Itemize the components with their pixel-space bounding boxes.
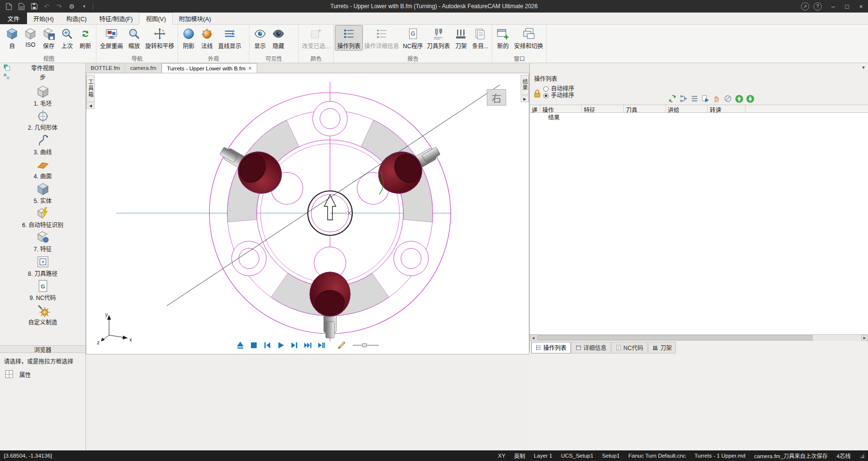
qat-dropdown-icon[interactable]: ▾ xyxy=(80,2,88,11)
move-up-icon[interactable] xyxy=(734,94,744,103)
horizontal-scrollbar[interactable]: ◀ ▶ xyxy=(530,335,868,341)
tab-details[interactable]: 详细信息 xyxy=(571,342,611,353)
status-layer[interactable]: Layer 1 xyxy=(534,453,552,459)
tab-turret[interactable]: 刀架 xyxy=(648,342,676,353)
tab-overflow-icon[interactable]: ▾ xyxy=(862,65,865,70)
operation-list-button[interactable]: 操作列表 xyxy=(335,26,362,50)
status-units[interactable]: 英制 xyxy=(514,452,525,460)
step-curves[interactable]: 3. 曲线 xyxy=(0,132,85,156)
help-icon[interactable]: ? xyxy=(813,2,822,11)
tab-start[interactable]: 开始(H) xyxy=(27,13,60,24)
tab-operation-list[interactable]: 操作列表 xyxy=(531,342,571,353)
arrange-switch-button[interactable]: 安排和切换 xyxy=(512,26,545,50)
show-button[interactable]: 显示 xyxy=(251,26,269,50)
turret-report-button[interactable]: 刀架 xyxy=(452,26,470,50)
close-button[interactable]: × xyxy=(854,0,868,13)
scrollbar-track[interactable] xyxy=(537,335,861,341)
move-down-icon[interactable] xyxy=(745,94,755,103)
scroll-left-icon[interactable]: ◀ xyxy=(530,335,537,341)
step-stock[interactable]: 1. 毛坯 xyxy=(0,83,85,108)
tab-feature-manufacture[interactable]: 特征/制造(F) xyxy=(93,13,139,24)
step-nc-code[interactable]: G 9. NC代码 xyxy=(0,278,85,302)
undo-icon[interactable]: ↶ xyxy=(42,2,51,11)
results-strip[interactable]: 结果 xyxy=(521,75,529,95)
list-details-icon[interactable] xyxy=(690,94,699,103)
column-feature[interactable]: 特征 xyxy=(582,105,624,112)
zoom-button[interactable]: 缩放 xyxy=(125,26,143,50)
scrollbar-thumb[interactable] xyxy=(537,335,813,340)
feedback-icon[interactable]: ↗ xyxy=(801,2,809,11)
fast-forward-button[interactable] xyxy=(303,340,313,350)
reorder-refresh-icon[interactable] xyxy=(668,94,677,103)
status-setup[interactable]: Setup1 xyxy=(602,453,620,459)
new-document-icon[interactable] xyxy=(5,2,13,11)
operations-table-body[interactable]: 结果 xyxy=(530,113,868,335)
part-view-header[interactable]: 零件视图 xyxy=(0,63,85,72)
tab-addins[interactable]: 附加模块(A) xyxy=(173,13,218,24)
rotate-pan-button[interactable]: 旋转和平移 xyxy=(143,26,176,50)
column-feed[interactable]: 进给 xyxy=(666,105,708,112)
suppress-icon[interactable] xyxy=(723,94,732,103)
step-features[interactable]: 7. 特征 xyxy=(0,229,85,253)
hide-button[interactable]: 隐藏 xyxy=(269,26,288,50)
status-cores[interactable]: 4芯线 xyxy=(837,452,851,460)
simulation-speed-slider[interactable] xyxy=(353,342,379,348)
run-simulation-icon[interactable] xyxy=(701,94,710,103)
tab-nc-code[interactable]: NC代码 xyxy=(611,342,648,353)
step-surfaces[interactable]: 4. 曲面 xyxy=(0,156,85,180)
maximize-button[interactable]: □ xyxy=(840,0,854,13)
toolbox-strip[interactable]: 工具箱 xyxy=(86,75,95,102)
change-selected-button[interactable]: 改变已选... xyxy=(300,26,332,50)
draw-mode-pencil-icon[interactable] xyxy=(336,340,346,350)
column-speed[interactable]: 转速 xyxy=(708,105,745,112)
column-operation[interactable]: 操作 xyxy=(540,105,582,112)
save-view-button[interactable]: 保存 xyxy=(40,26,58,50)
manual-sort-radio[interactable] xyxy=(543,93,549,98)
doc-tab-turrets[interactable]: Turrets - Upper Lower with B.fm × xyxy=(162,63,257,73)
items-button[interactable]: 条目... xyxy=(470,26,490,50)
play-button[interactable] xyxy=(276,340,286,350)
doc-tab-camera[interactable]: camera.fm xyxy=(125,63,162,73)
tool-list-button[interactable]: 刀具列表 xyxy=(425,26,452,50)
redraw-all-button[interactable]: 全屏重画 xyxy=(98,26,125,50)
save-icon[interactable] xyxy=(30,2,38,11)
scroll-right-icon[interactable]: ▶ xyxy=(861,335,868,341)
step-geometry[interactable]: 2. 几何形体 xyxy=(0,108,85,132)
status-machine-file[interactable]: Turrets - 1 Upper.md xyxy=(694,453,745,459)
graphics-viewport[interactable]: y x z 工具箱 ◀ 结果 ▶ 右 xyxy=(86,73,529,354)
redo-icon[interactable]: ↷ xyxy=(55,2,63,11)
minimize-button[interactable]: – xyxy=(826,0,840,13)
browser-bar[interactable]: 浏览器 xyxy=(0,345,85,353)
results-expand-icon[interactable]: ▶ xyxy=(521,95,529,102)
tab-construct[interactable]: 构造(C) xyxy=(60,13,93,24)
status-plane[interactable]: XY xyxy=(498,453,505,459)
column-tool[interactable]: 刀具 xyxy=(624,105,666,112)
hierarchy-icon[interactable] xyxy=(679,94,688,103)
toolbox-collapse-icon[interactable]: ◀ xyxy=(86,102,95,109)
new-window-button[interactable]: 新的 xyxy=(494,26,512,50)
operation-details-button[interactable]: 操作详细信息 xyxy=(362,26,401,50)
open-document-icon[interactable] xyxy=(17,2,26,11)
column-seq[interactable]: 递 xyxy=(530,105,540,112)
step-toolpaths[interactable]: 8. 刀具路径 xyxy=(0,254,85,278)
steps-header[interactable]: 步 xyxy=(0,72,85,81)
view-auto-button[interactable]: 自 xyxy=(3,26,21,50)
slider-thumb[interactable] xyxy=(362,343,367,347)
auto-sort-option[interactable]: 自动排序 xyxy=(543,85,574,92)
step-forward-button[interactable] xyxy=(289,340,299,350)
status-ucs[interactable]: UCS_Setup1 xyxy=(561,453,593,459)
normals-button[interactable]: 法线 xyxy=(198,26,216,50)
stop-button[interactable] xyxy=(248,340,259,350)
step-custom-manufacturing[interactable]: 自定义制造 xyxy=(0,302,85,326)
play-to-end-button[interactable] xyxy=(316,340,326,350)
hand-edit-icon[interactable] xyxy=(712,94,721,103)
tab-view[interactable]: 视图(V) xyxy=(139,13,173,25)
tab-close-icon[interactable]: × xyxy=(248,65,252,72)
manual-sort-option[interactable]: 手动排序 xyxy=(543,92,574,99)
wireframe-display-button[interactable]: 直线显示 xyxy=(216,26,243,50)
file-menu-button[interactable]: 文件 xyxy=(0,13,27,24)
skip-start-button[interactable] xyxy=(262,340,272,350)
step-solids[interactable]: 5. 实体 xyxy=(0,181,85,205)
settings-gear-icon[interactable]: ⚙ xyxy=(68,2,76,11)
last-view-button[interactable]: 上次 xyxy=(58,26,76,50)
